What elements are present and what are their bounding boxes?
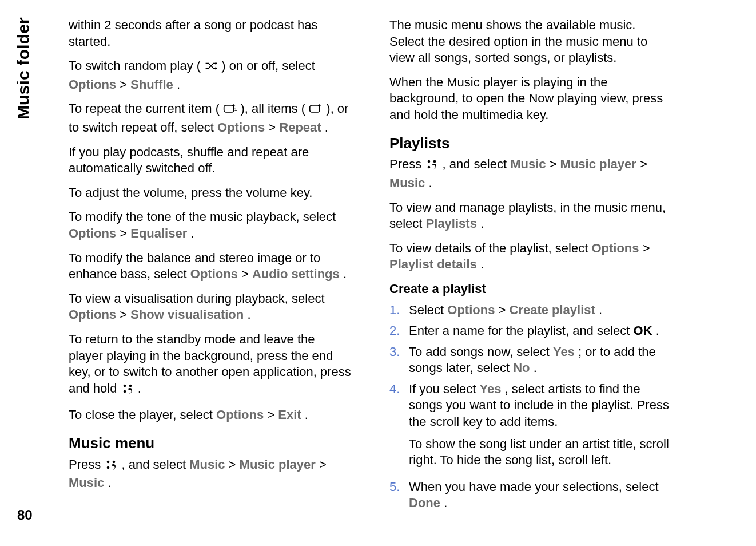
ui-audio-settings: Audio settings [252, 267, 340, 281]
separator: > [267, 407, 278, 422]
svg-point-8 [113, 460, 116, 463]
text: . [177, 77, 180, 92]
heading-playlists: Playlists [389, 134, 673, 153]
paragraph: To view details of the playlist, select … [389, 240, 673, 273]
ui-shuffle: Shuffle [130, 77, 173, 92]
text: . [108, 476, 111, 490]
text: To switch random play ( [69, 58, 201, 73]
repeat-all-icon [309, 102, 323, 120]
ui-repeat: Repeat [279, 120, 321, 134]
ui-playlist-details: Playlist details [389, 257, 477, 271]
text: To close the player, select [69, 407, 216, 422]
separator: > [229, 457, 240, 472]
paragraph: To switch random play ( ) on or off, sel… [69, 58, 352, 93]
text: . [428, 176, 432, 190]
content-columns: within 2 seconds after a song or podcast… [62, 17, 727, 529]
separator: > [120, 226, 130, 240]
separator: > [120, 307, 130, 322]
ui-music: Music [389, 176, 425, 190]
steps-list: 1. Select Options > Create playlist . 2.… [389, 302, 673, 512]
page-number: 80 [17, 507, 33, 523]
text: . [534, 361, 537, 375]
paragraph: To view a visualisation during playback,… [69, 291, 352, 323]
svg-point-7 [107, 466, 110, 469]
separator: > [319, 457, 327, 472]
shuffle-icon [204, 60, 218, 77]
paragraph: Press , and select Music > Music player … [69, 457, 352, 492]
paragraph: To return to the standby mode and leave … [69, 331, 352, 399]
text: , and select [442, 157, 510, 171]
paragraph: When the Music player is playing in the … [389, 74, 673, 124]
page: Music folder 80 within 2 seconds after a… [0, 0, 756, 546]
paragraph: To repeat the current item ( 1 ), all it… [69, 101, 352, 136]
text: To modify the tone of the music playback… [69, 209, 336, 224]
text: , and select [121, 457, 189, 472]
text: . [480, 216, 484, 231]
ui-options: Options [69, 226, 116, 240]
text: To view details of the playlist, select [389, 241, 591, 255]
ui-options: Options [217, 120, 265, 134]
ui-options: Options [216, 407, 264, 422]
paragraph: To adjust the volume, press the volume k… [69, 185, 352, 201]
text: To show the song list under an artist ti… [409, 436, 673, 469]
ui-yes: Yes [480, 382, 502, 396]
svg-point-3 [123, 384, 126, 387]
separator: > [640, 157, 647, 171]
paragraph: To modify the tone of the music playback… [69, 209, 352, 242]
ui-options: Options [69, 77, 116, 92]
text: Press [389, 157, 425, 171]
paragraph: If you play podcasts, shuffle and repeat… [69, 144, 352, 177]
text: ), all items ( [240, 101, 305, 116]
separator: > [499, 303, 510, 317]
paragraph: within 2 seconds after a song or podcast… [69, 17, 352, 50]
ui-options: Options [591, 241, 639, 255]
separator: > [120, 77, 130, 92]
text: To return to the standby mode and leave … [69, 332, 351, 395]
ui-yes: Yes [553, 345, 575, 359]
svg-rect-0 [224, 105, 234, 112]
step-number: 1. [389, 302, 409, 319]
list-item: 1. Select Options > Create playlist . [389, 302, 673, 319]
text: . [599, 303, 602, 317]
ui-ok: OK [634, 323, 652, 338]
text: . [480, 257, 484, 271]
ui-music: Music [189, 457, 225, 472]
right-column: The music menu shows the available music… [383, 17, 680, 529]
svg-point-6 [107, 460, 110, 463]
ui-playlists: Playlists [426, 216, 477, 231]
step-number: 2. [389, 323, 409, 339]
svg-text:1: 1 [234, 107, 237, 113]
paragraph: To view and manage playlists, in the mus… [389, 200, 673, 232]
heading-create-playlist: Create a playlist [389, 281, 673, 298]
menu-key-icon [121, 382, 134, 399]
separator: > [550, 157, 560, 171]
svg-point-5 [129, 384, 132, 387]
paragraph: The music menu shows the available music… [389, 17, 673, 66]
step-number: 5. [389, 479, 409, 512]
separator: > [268, 120, 279, 134]
repeat-one-icon: 1 [223, 102, 237, 120]
text: . [247, 307, 250, 322]
text: Enter a name for the playlist, and selec… [409, 323, 634, 338]
column-separator [371, 17, 371, 529]
text: Press [69, 457, 104, 472]
ui-equaliser: Equaliser [130, 226, 187, 240]
list-item: 5. When you have made your selections, s… [389, 479, 673, 512]
text: If you select [409, 382, 480, 396]
paragraph: To close the player, select Options > Ex… [69, 407, 352, 424]
ui-music: Music [69, 476, 104, 490]
ui-no: No [513, 361, 530, 375]
ui-music: Music [510, 157, 546, 171]
text: . [305, 407, 308, 422]
left-column: within 2 seconds after a song or podcast… [62, 17, 359, 529]
ui-options: Options [190, 267, 238, 281]
text: . [190, 226, 194, 240]
text: . [343, 267, 347, 281]
list-item: 2. Enter a name for the playlist, and se… [389, 323, 673, 339]
section-tab: Music folder [14, 17, 33, 120]
text: . [325, 120, 328, 134]
menu-key-icon [425, 158, 439, 175]
ui-music-player: Music player [240, 457, 316, 472]
ui-done: Done [409, 496, 440, 510]
svg-point-9 [428, 160, 431, 163]
